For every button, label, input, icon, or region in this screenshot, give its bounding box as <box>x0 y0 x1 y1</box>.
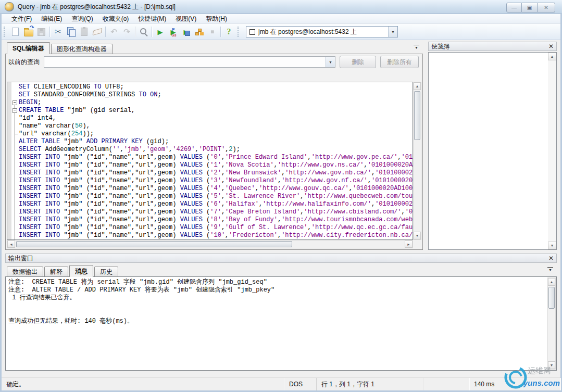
sql-code-line: "id" int4, <box>19 115 56 122</box>
copy-button[interactable] <box>65 26 78 38</box>
output-vscroll-thumb[interactable] <box>548 287 555 309</box>
previous-queries-combobox[interactable]: ▼ <box>44 56 335 68</box>
scratch-pad-caption: 便笺簿 ✕ <box>428 42 557 51</box>
editor-vertical-scrollbar[interactable]: ▲ ▼ <box>413 82 421 240</box>
fold-margin[interactable] <box>11 232 19 239</box>
clear-button[interactable] <box>91 26 104 38</box>
fold-margin[interactable] <box>11 146 19 154</box>
maximize-icon[interactable]: ▣ <box>522 3 538 12</box>
editor-horizontal-scrollbar[interactable]: ◄ ► <box>7 240 413 248</box>
editor-vscroll-thumb[interactable] <box>414 91 420 140</box>
menu-item[interactable]: 查询(Q) <box>67 14 97 24</box>
minimize-icon[interactable]: — <box>506 3 522 12</box>
fold-margin[interactable] <box>11 91 19 99</box>
fold-collapse-icon[interactable]: − <box>13 108 17 113</box>
fold-margin[interactable] <box>11 122 19 130</box>
sql-line: ALTER TABLE "jmb" ADD PRIMARY KEY (gid); <box>11 138 413 146</box>
editor-tab[interactable]: 图形化查询构造器 <box>51 44 113 54</box>
sql-code-line: INSERT INTO "jmb" ("id","name","url",geo… <box>19 177 413 185</box>
editor-tab[interactable]: SQL编辑器 <box>7 42 50 54</box>
sql-code-line: INSERT INTO "jmb" ("id","name","url",geo… <box>19 161 413 169</box>
fold-margin[interactable] <box>11 130 19 138</box>
output-tab[interactable]: 历史 <box>94 267 118 277</box>
sql-code-line: INSERT INTO "jmb" ("id","name","url",geo… <box>19 232 413 239</box>
sql-line: "name" varchar(50), <box>11 122 413 130</box>
fold-margin[interactable] <box>11 115 19 122</box>
delete-all-button[interactable]: 删除所有 <box>380 56 419 68</box>
editor-overflow-chevron-icon[interactable]: ▼ <box>414 45 419 50</box>
window-title: Query - jmb 在 postgres@localhost:5432 上 … <box>18 3 176 11</box>
find-button[interactable] <box>137 26 150 38</box>
message-line: 查询成功但无结果，耗时: 140 毫秒(ms)。 <box>8 318 556 325</box>
sql-line: "url" varchar(254)); <box>11 130 413 138</box>
fold-margin[interactable] <box>11 161 19 169</box>
toolbar-grip[interactable] <box>4 27 7 37</box>
connection-color-square-icon <box>249 29 255 35</box>
fold-margin[interactable]: − <box>11 107 19 115</box>
sql-text-editor[interactable]: SET CLIENT_ENCODING TO UTF8;SET STANDARD… <box>7 82 413 240</box>
output-vertical-scrollbar[interactable]: ▲ ▼ <box>547 277 556 370</box>
scroll-up-arrow-icon[interactable]: ▲ <box>548 278 555 286</box>
scratch-pad-scrollbar[interactable]: ▲ ▼ <box>548 53 556 249</box>
fold-line-icon <box>15 224 15 232</box>
scratch-pad-close-icon[interactable]: ✕ <box>548 43 554 49</box>
menu-item[interactable]: 视图(V) <box>171 14 201 24</box>
menu-item[interactable]: 快捷键(M) <box>133 14 171 24</box>
close-icon[interactable]: ✕ <box>538 3 555 12</box>
execute-file-button[interactable]: ▶ <box>180 26 193 38</box>
output-tab[interactable]: 解释 <box>44 267 68 277</box>
fold-margin[interactable] <box>11 177 19 185</box>
connection-combobox[interactable]: jmb 在 postgres@localhost:5432 上 ▼ <box>246 26 398 37</box>
connection-toolbar-grip[interactable] <box>238 27 241 37</box>
fold-margin[interactable] <box>11 185 19 193</box>
explain-button[interactable] <box>193 26 206 38</box>
sql-code-line: INSERT INTO "jmb" ("id","name","url",geo… <box>19 154 413 161</box>
messages-area[interactable]: 注意: CREATE TABLE 将为 serial 字段 "jmb.gid" … <box>5 276 557 371</box>
output-panel: 输出窗口 ✕ 数据输出解释消息历史▼ 注意: CREATE TABLE 将为 s… <box>5 254 557 371</box>
scroll-left-arrow-icon[interactable]: ◄ <box>7 241 15 248</box>
fold-collapse-icon[interactable]: − <box>13 100 17 105</box>
fold-margin[interactable] <box>11 193 19 200</box>
fold-line-icon <box>15 169 15 177</box>
scratch-pad-textarea[interactable]: ▲ ▼ <box>428 52 557 250</box>
fold-margin[interactable] <box>11 138 19 146</box>
previous-queries-dropdown-arrow-icon[interactable]: ▼ <box>326 57 335 67</box>
scroll-down-arrow-icon[interactable]: ▼ <box>414 232 421 239</box>
output-close-icon[interactable]: ✕ <box>548 255 554 261</box>
menu-item[interactable]: 文件(F) <box>7 14 36 24</box>
status-field-5: 140 ms <box>469 378 560 390</box>
fold-margin[interactable] <box>11 83 19 91</box>
scroll-right-arrow-icon[interactable]: ► <box>405 241 413 248</box>
cut-button[interactable]: ✂ <box>52 26 65 38</box>
fold-margin[interactable]: − <box>11 99 19 107</box>
menu-item[interactable]: 帮助(H) <box>201 14 232 24</box>
output-tab[interactable]: 数据输出 <box>7 267 43 277</box>
delete-button[interactable]: 删除 <box>340 56 376 68</box>
output-overflow-chevron-icon[interactable]: ▼ <box>547 267 553 272</box>
scratch-pad-panel: 便笺簿 ✕ ▲ ▼ <box>428 42 557 250</box>
scroll-down-arrow-icon[interactable]: ▼ <box>548 242 556 249</box>
fold-margin[interactable] <box>11 154 19 161</box>
menu-item[interactable]: 收藏夹(o) <box>98 14 134 24</box>
title-bar[interactable]: Query - jmb 在 postgres@localhost:5432 上 … <box>0 0 562 14</box>
help-button[interactable]: ? <box>222 26 235 38</box>
scroll-down-arrow-icon[interactable]: ▼ <box>548 361 555 369</box>
fold-margin[interactable] <box>11 208 19 216</box>
execute-pgscript-button[interactable]: ▶ <box>167 26 180 38</box>
editor-hscroll-thumb[interactable] <box>16 241 292 247</box>
menu-item[interactable]: 编辑(E) <box>36 14 67 24</box>
connection-dropdown-arrow-icon[interactable]: ▼ <box>388 27 397 37</box>
fold-margin[interactable] <box>11 169 19 177</box>
sql-code-area[interactable]: SET CLIENT_ENCODING TO UTF8;SET STANDARD… <box>7 82 421 248</box>
fold-margin[interactable] <box>11 200 19 208</box>
redo-button: ↷ <box>120 26 133 38</box>
execute-button[interactable]: ▶ <box>154 26 167 38</box>
open-file-button[interactable] <box>22 26 35 38</box>
fold-margin[interactable] <box>11 224 19 232</box>
fold-margin[interactable] <box>11 216 19 224</box>
new-file-button[interactable] <box>9 26 22 38</box>
message-line <box>8 310 556 318</box>
output-tab[interactable]: 消息 <box>69 265 93 277</box>
scroll-up-arrow-icon[interactable]: ▲ <box>548 53 556 60</box>
scroll-up-arrow-icon[interactable]: ▲ <box>414 82 421 90</box>
